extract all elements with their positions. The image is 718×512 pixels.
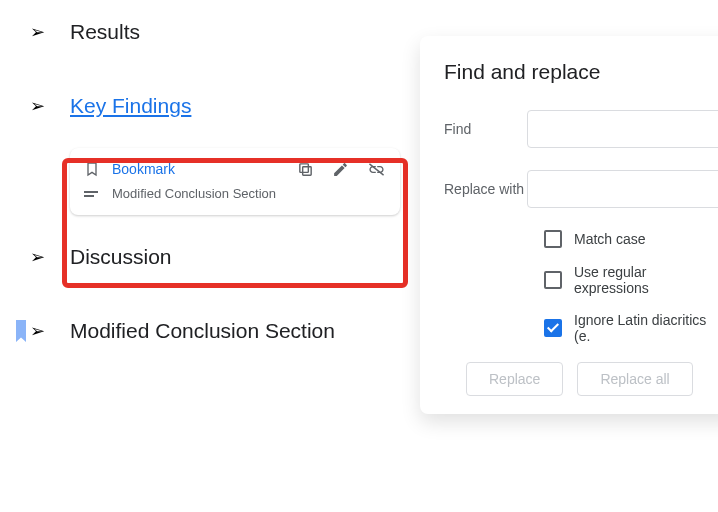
replace-input[interactable] (527, 170, 718, 208)
copy-icon[interactable] (297, 161, 314, 178)
bookmark-ribbon-icon (16, 320, 26, 342)
heading-link[interactable]: Key Findings (70, 94, 191, 118)
option-label: Use regular expressions (574, 264, 718, 296)
checkbox-icon[interactable] (544, 271, 562, 289)
diacritics-option[interactable]: Ignore Latin diacritics (e. (544, 312, 718, 344)
panel-title: Find and replace (444, 60, 718, 84)
match-case-option[interactable]: Match case (544, 230, 718, 248)
unlink-icon[interactable] (367, 161, 386, 178)
text-lines-icon (84, 189, 100, 199)
arrow-icon: ➢ (30, 320, 54, 342)
bookmark-subtitle: Modified Conclusion Section (112, 186, 276, 201)
heading-text: Modified Conclusion Section (70, 319, 335, 343)
bookmark-preview-card: Bookmark Modified Conclusion Section (70, 148, 400, 215)
svg-line-2 (369, 163, 383, 174)
edit-icon[interactable] (332, 161, 349, 178)
heading-text: Discussion (70, 245, 172, 269)
bookmark-title[interactable]: Bookmark (112, 161, 175, 177)
find-replace-panel: Find and replace Find Replace with Match… (420, 36, 718, 414)
bookmark-icon (84, 160, 100, 178)
svg-rect-0 (303, 166, 312, 175)
arrow-icon: ➢ (30, 21, 54, 43)
replace-label: Replace with (444, 181, 527, 197)
replace-all-button[interactable]: Replace all (577, 362, 692, 396)
arrow-icon: ➢ (30, 246, 54, 268)
option-label: Ignore Latin diacritics (e. (574, 312, 718, 344)
replace-button[interactable]: Replace (466, 362, 563, 396)
checkbox-icon[interactable] (544, 230, 562, 248)
find-label: Find (444, 121, 527, 137)
heading-text: Results (70, 20, 140, 44)
arrow-icon: ➢ (30, 95, 54, 117)
option-label: Match case (574, 231, 646, 247)
bookmark-actions (297, 161, 386, 178)
regex-option[interactable]: Use regular expressions (544, 264, 718, 296)
checkbox-checked-icon[interactable] (544, 319, 562, 337)
find-input[interactable] (527, 110, 718, 148)
svg-rect-1 (300, 163, 309, 172)
